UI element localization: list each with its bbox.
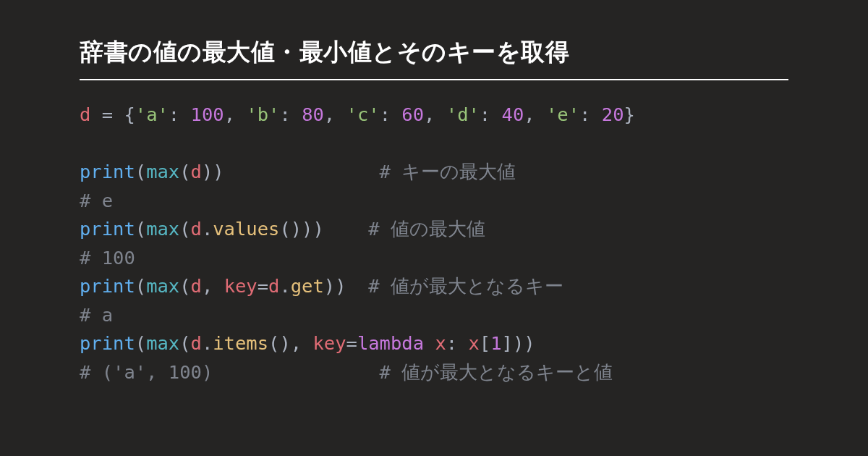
values-method: values xyxy=(213,218,279,240)
rparen: ) xyxy=(202,161,213,182)
dict-key-c: 'c' xyxy=(346,104,380,125)
output-a: # a xyxy=(80,304,113,326)
comma: , xyxy=(424,104,446,125)
lparen: ( xyxy=(135,275,146,297)
dot: . xyxy=(279,275,290,297)
colon: : xyxy=(169,104,191,125)
lbrace: { xyxy=(124,104,135,125)
print-call: print xyxy=(80,332,135,354)
lparen: ( xyxy=(268,332,279,354)
rparen: ) xyxy=(524,332,535,354)
lparen: ( xyxy=(279,218,290,240)
comma: , xyxy=(524,104,546,125)
lparen: ( xyxy=(179,161,190,182)
items-method: items xyxy=(213,332,268,354)
pad xyxy=(213,361,379,383)
comment-keyval-max: # 値が最大となるキーと値 xyxy=(380,361,613,383)
rparen: ) xyxy=(279,332,290,354)
comma: , xyxy=(224,104,247,125)
dict-key-a: 'a' xyxy=(135,104,169,125)
pad xyxy=(224,161,380,182)
dot: . xyxy=(202,218,213,240)
rparen: ) xyxy=(312,218,323,240)
output-100: # 100 xyxy=(80,247,135,269)
colon: : xyxy=(380,104,402,125)
variable-d: d xyxy=(80,104,90,125)
output-tuple: # ('a', 100) xyxy=(80,361,213,383)
code-line-7: print(max(d, key=d.get)) # 値が最大となるキー xyxy=(80,275,563,297)
dot: . xyxy=(202,332,213,354)
lbracket: [ xyxy=(480,332,490,354)
dict-val-20: 20 xyxy=(602,104,624,125)
key-param: key xyxy=(312,332,346,354)
max-call: max xyxy=(146,275,179,297)
page-title: 辞書の値の最大値・最小値とそのキーを取得 xyxy=(80,36,788,80)
arg-d: d xyxy=(191,332,202,354)
rbracket: ] xyxy=(502,332,513,354)
rparen: ) xyxy=(335,275,346,297)
dict-val-100: 100 xyxy=(191,104,224,125)
arg-d: d xyxy=(268,275,279,297)
lparen: ( xyxy=(135,218,146,240)
index-1: 1 xyxy=(490,332,501,354)
print-call: print xyxy=(80,275,135,297)
code-line-4: # e xyxy=(80,190,113,211)
comma: , xyxy=(291,332,313,354)
arg-d: d xyxy=(191,218,202,240)
rparen: ) xyxy=(213,161,224,182)
code-line-1: d = {'a': 100, 'b': 80, 'c': 60, 'd': 40… xyxy=(80,104,635,125)
dict-val-40: 40 xyxy=(502,104,524,125)
comment-key-of-maxval: # 値が最大となるキー xyxy=(368,275,563,297)
colon: : xyxy=(579,104,602,125)
code-line-3: print(max(d)) # キーの最大値 xyxy=(80,161,516,182)
lparen: ( xyxy=(135,161,146,182)
dict-key-d: 'd' xyxy=(446,104,480,125)
colon: : xyxy=(446,332,469,354)
lparen: ( xyxy=(179,218,190,240)
comment-key-max: # キーの最大値 xyxy=(380,161,516,182)
rbrace: } xyxy=(624,104,635,125)
rparen: ) xyxy=(302,218,312,240)
code-line-10: # ('a', 100) # 値が最大となるキーと値 xyxy=(80,361,613,383)
code-line-8: # a xyxy=(80,304,113,326)
code-line-6: # 100 xyxy=(80,247,135,269)
code-block: d = {'a': 100, 'b': 80, 'c': 60, 'd': 40… xyxy=(80,101,788,387)
eq-op: = xyxy=(258,275,268,297)
rparen: ) xyxy=(291,218,302,240)
lparen: ( xyxy=(179,275,190,297)
rparen: ) xyxy=(324,275,335,297)
assign-op: = xyxy=(90,104,124,125)
lparen: ( xyxy=(135,332,146,354)
max-call: max xyxy=(146,218,179,240)
eq-op: = xyxy=(346,332,357,354)
colon: : xyxy=(480,104,502,125)
code-line-9: print(max(d.items(), key=lambda x: x[1])… xyxy=(80,332,535,354)
code-line-5: print(max(d.values())) # 値の最大値 xyxy=(80,218,485,240)
max-call: max xyxy=(146,332,179,354)
max-call: max xyxy=(146,161,179,182)
lambda-arg-x: x xyxy=(435,332,446,354)
dict-val-60: 60 xyxy=(401,104,424,125)
comma: , xyxy=(202,275,224,297)
pad xyxy=(346,275,369,297)
arg-d: d xyxy=(191,275,202,297)
lparen: ( xyxy=(179,332,190,354)
dict-key-b: 'b' xyxy=(246,104,279,125)
pad xyxy=(324,218,368,240)
dict-val-80: 80 xyxy=(302,104,324,125)
get-method: get xyxy=(291,275,324,297)
rparen: ) xyxy=(513,332,524,354)
lambda-keyword: lambda xyxy=(357,332,424,354)
key-param: key xyxy=(224,275,258,297)
comment-val-max: # 値の最大値 xyxy=(368,218,485,240)
print-call: print xyxy=(80,161,135,182)
output-e: # e xyxy=(80,190,113,211)
arg-d: d xyxy=(191,161,202,182)
comma: , xyxy=(324,104,346,125)
x-ref: x xyxy=(468,332,479,354)
dict-key-e: 'e' xyxy=(546,104,579,125)
colon: : xyxy=(279,104,302,125)
print-call: print xyxy=(80,218,135,240)
